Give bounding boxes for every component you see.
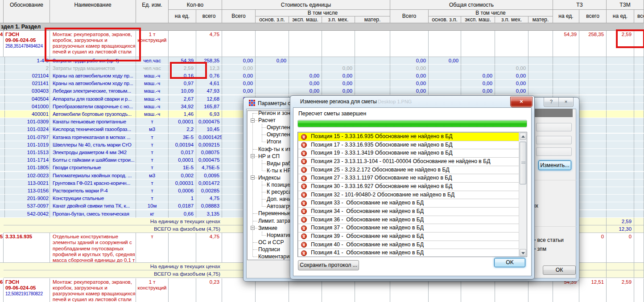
error-list-item[interactable]: xПозиция 25 - 3.23.2.172 Обоснование не …: [298, 166, 519, 175]
change-button[interactable]: Изменить...: [538, 160, 571, 170]
table-cell: 2,67: [169, 95, 196, 103]
tree-item[interactable]: К-ты к НР: [267, 167, 291, 174]
scrollbar-thumb[interactable]: [520, 142, 526, 184]
tree-item[interactable]: Расчет: [258, 117, 276, 124]
error-list-item[interactable]: xПозиция 17 - 3.33.16.935 Обоснование не…: [298, 141, 519, 150]
tree-item[interactable]: Коэф-ты к ито: [258, 146, 294, 153]
scroll-down-icon[interactable]: [520, 249, 526, 256]
table-cell: 0,00: [390, 72, 429, 80]
tree-item[interactable]: Зимние: [258, 224, 277, 232]
table-cell: [634, 172, 644, 180]
table-row[interactable]: 2Затраты труда машинистовчел.час2,5912,3…: [0, 65, 644, 72]
table-cell: [461, 57, 495, 65]
table-cell: [528, 87, 553, 95]
error-icon: x: [301, 225, 307, 231]
table-cell: 101-0309: [4, 118, 50, 126]
tree-item[interactable]: НР и СП: [258, 153, 280, 160]
header-qty-total: всего: [196, 10, 222, 23]
error-list-item[interactable]: xПозиция 34 - Обоснование не найдено в Б…: [298, 207, 519, 216]
table-cell: Монтаж: рекуператоров, экранов,коробок, …: [50, 278, 136, 302]
tree-item[interactable]: Доп. начи: [267, 196, 291, 203]
table-cell: [322, 278, 355, 302]
table-row[interactable]: 021141Краны на автомобильном ходу пр...м…: [0, 80, 644, 87]
table-row[interactable]: 6ГЭСН09-06-024-0512,5082191780822Монтаж:…: [0, 278, 644, 302]
error-ok-button[interactable]: OK: [494, 258, 525, 267]
save-protocol-button[interactable]: Сохранить протокол ...: [298, 260, 359, 270]
error-list-item-text: Позиция 37 - Обоснование не найдено в БД: [311, 224, 518, 232]
error-list-item[interactable]: xПозиция 19 - 3.33.1.3419 Обоснование не…: [298, 149, 519, 158]
tree-item[interactable]: Округлени: [267, 124, 293, 131]
table-cell: Швеллеры № 40, сталь марки СтО: [50, 141, 136, 149]
estimate-app-screen: здел 1. Раздел4ГЭСН09-06-024-05258,35147…: [0, 0, 644, 302]
tree-item[interactable]: Итоги: [267, 138, 281, 145]
tree-expander-icon[interactable]: [251, 154, 255, 158]
error-list-item[interactable]: xПозиция 15 - 3.33.16.935 Обоснование не…: [298, 132, 519, 141]
table-cell: [607, 72, 634, 80]
table-cell: [553, 72, 579, 80]
table-cell: 0,00: [222, 57, 256, 65]
table-cell: Пропан-бутан, смесь техническая: [50, 210, 136, 218]
table-cell: [634, 126, 644, 133]
error-list-item[interactable]: xПозиция 30 - 3.33.16.927 Обоснование не…: [298, 182, 519, 191]
tree-item[interactable]: Регион и зона: [258, 110, 293, 117]
total-label: ВСЕГО на физобъем (4,75): [4, 270, 222, 278]
header-total-cost: Общая стоимость: [390, 0, 553, 10]
error-list-item[interactable]: xПозиция 40 - Обоснование не найдено в Б…: [298, 241, 519, 249]
tree-item[interactable]: К ресурса: [267, 188, 292, 196]
tree-expander-icon[interactable]: [251, 226, 255, 230]
error-list-item[interactable]: xПозиция 36 - Обоснование не найдено в Б…: [298, 216, 519, 224]
error-icon: x: [301, 184, 307, 189]
tree-item[interactable]: Индексы: [258, 174, 281, 181]
table-cell: 0,017: [169, 149, 196, 156]
table-cell: Лебедки электрические, тяговым...: [50, 87, 136, 95]
table-row[interactable]: 030403Лебедки электрические, тяговым...м…: [0, 87, 644, 95]
error-list-item[interactable]: xПозиция 37 - Обоснование не найдено в Б…: [298, 224, 519, 233]
tree-item[interactable]: К позиция: [267, 181, 292, 188]
error-icon: x: [301, 200, 307, 206]
tree-item[interactable]: Округлени: [267, 131, 293, 138]
params-input-1[interactable]: [536, 123, 572, 131]
table-cell: [289, 57, 322, 65]
table-cell: [634, 57, 644, 65]
tree-item[interactable]: Норматив: [267, 232, 292, 239]
tree-item[interactable]: Переменные: [258, 210, 291, 217]
header-unit: Ед. изм.: [136, 0, 169, 23]
table-cell: [607, 172, 634, 180]
table-cell: 0,00: [322, 72, 355, 80]
table-cell: Кислород технический газообраз...: [50, 126, 136, 133]
table-cell: ГЭСН09-06-024-0512,5082191780822: [4, 278, 50, 302]
scrollbar[interactable]: [519, 132, 527, 257]
error-list-item[interactable]: xПозиция 41 - Обоснование не найдено в Б…: [298, 249, 519, 257]
table-row[interactable]: 021104Краны на автомобильном ходу пр...м…: [0, 72, 644, 80]
params-ok-button[interactable]: ОК: [543, 265, 576, 275]
scroll-up-icon[interactable]: [520, 133, 526, 140]
table-cell: [579, 270, 607, 278]
tree-item[interactable]: ОС и ССР: [258, 239, 284, 246]
tree-expander-icon[interactable]: [251, 175, 255, 180]
tree-item[interactable]: Комментарий: [258, 253, 293, 260]
tree-item[interactable]: Лимит. затрат: [258, 217, 293, 224]
table-cell: Краны на автомобильном ходу пр...: [50, 72, 136, 80]
table-cell: 0,0006: [169, 187, 196, 195]
close-icon[interactable]: ×: [510, 97, 533, 107]
error-list-item[interactable]: xПозиция 39 - Обоснование не найдено в Б…: [298, 232, 519, 241]
table-cell: Затраты труда машинистов: [50, 65, 136, 72]
error-list-item[interactable]: xПозиция 27 - 3.33.1.1197 Обоснование не…: [298, 174, 519, 183]
table-cell: 0,00: [289, 87, 322, 95]
table-cell: [607, 95, 634, 103]
params-input-2[interactable]: [536, 136, 572, 144]
error-list-item[interactable]: xПозиция 32 - 101-90480-2 Обоснование не…: [298, 191, 519, 200]
table-cell: маш.-ч: [136, 72, 169, 80]
help-icon[interactable]: ?: [544, 98, 558, 106]
tree-item[interactable]: Подписи: [258, 246, 280, 253]
error-list-item[interactable]: xПозиция 23 - 3.13.11.3-104 - 0011-00004…: [298, 157, 519, 166]
table-cell: [607, 195, 634, 202]
table-cell: [256, 80, 289, 87]
error-list-item[interactable]: xПозиция 33 - Обоснование не найдено в Б…: [298, 199, 519, 208]
params-input-3[interactable]: [536, 147, 572, 156]
tree-item[interactable]: Виды раб: [267, 160, 291, 167]
tree-item[interactable]: Автозагру: [267, 203, 292, 210]
table-cell: [429, 87, 461, 95]
tree-expander-icon[interactable]: [251, 118, 255, 122]
close-icon[interactable]: ×: [558, 98, 573, 106]
